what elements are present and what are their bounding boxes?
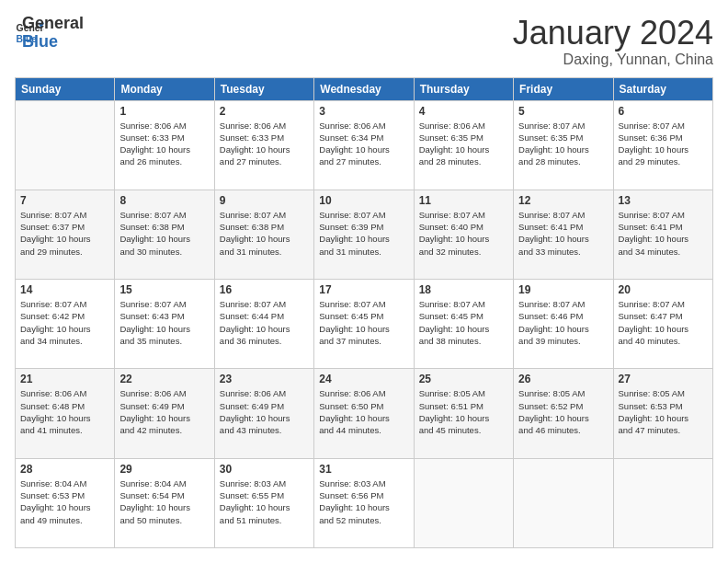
logo: General Blue General Blue <box>15 15 84 52</box>
location-title: Daxing, Yunnan, China <box>513 52 713 68</box>
day-number: 4 <box>419 105 508 118</box>
calendar-cell: 29Sunrise: 8:04 AM Sunset: 6:54 PM Dayli… <box>115 458 214 547</box>
day-number: 18 <box>419 283 508 296</box>
calendar-cell: 2Sunrise: 8:06 AM Sunset: 6:33 PM Daylig… <box>214 100 313 190</box>
calendar-table: Sunday Monday Tuesday Wednesday Thursday… <box>15 77 713 548</box>
day-number: 16 <box>220 283 309 296</box>
logo-text-blue: Blue <box>22 33 84 52</box>
day-number: 5 <box>518 105 608 118</box>
calendar-cell: 24Sunrise: 8:06 AM Sunset: 6:50 PM Dayli… <box>314 369 414 458</box>
day-info: Sunrise: 8:06 AM Sunset: 6:48 PM Dayligh… <box>20 387 109 436</box>
day-number: 11 <box>419 194 508 207</box>
day-info: Sunrise: 8:04 AM Sunset: 6:53 PM Dayligh… <box>20 477 109 526</box>
calendar-cell: 30Sunrise: 8:03 AM Sunset: 6:55 PM Dayli… <box>214 458 313 547</box>
calendar-cell <box>414 458 513 547</box>
calendar-cell: 26Sunrise: 8:05 AM Sunset: 6:52 PM Dayli… <box>514 369 613 458</box>
day-info: Sunrise: 8:07 AM Sunset: 6:38 PM Dayligh… <box>220 209 309 258</box>
day-number: 20 <box>619 283 708 296</box>
calendar-row-2: 14Sunrise: 8:07 AM Sunset: 6:42 PM Dayli… <box>16 280 713 369</box>
day-info: Sunrise: 8:07 AM Sunset: 6:43 PM Dayligh… <box>119 298 209 347</box>
day-number: 28 <box>20 463 109 476</box>
page: General Blue General Blue January 2024 D… <box>0 0 728 563</box>
day-number: 13 <box>619 194 708 207</box>
calendar-cell: 18Sunrise: 8:07 AM Sunset: 6:45 PM Dayli… <box>414 280 513 369</box>
calendar-cell: 16Sunrise: 8:07 AM Sunset: 6:44 PM Dayli… <box>214 280 313 369</box>
day-number: 31 <box>319 463 408 476</box>
day-info: Sunrise: 8:07 AM Sunset: 6:35 PM Dayligh… <box>518 120 608 168</box>
header: General Blue General Blue January 2024 D… <box>15 15 713 68</box>
day-info: Sunrise: 8:06 AM Sunset: 6:33 PM Dayligh… <box>119 120 209 168</box>
day-info: Sunrise: 8:05 AM Sunset: 6:52 PM Dayligh… <box>518 387 608 436</box>
calendar-cell <box>16 100 115 190</box>
day-info: Sunrise: 8:06 AM Sunset: 6:33 PM Dayligh… <box>220 120 309 168</box>
day-number: 17 <box>319 283 408 296</box>
title-block: January 2024 Daxing, Yunnan, China <box>513 15 713 68</box>
header-tuesday: Tuesday <box>214 77 313 100</box>
calendar-cell: 14Sunrise: 8:07 AM Sunset: 6:42 PM Dayli… <box>16 280 115 369</box>
day-info: Sunrise: 8:07 AM Sunset: 6:40 PM Dayligh… <box>419 209 508 258</box>
calendar-cell: 25Sunrise: 8:05 AM Sunset: 6:51 PM Dayli… <box>414 369 513 458</box>
calendar-row-4: 28Sunrise: 8:04 AM Sunset: 6:53 PM Dayli… <box>16 458 713 547</box>
calendar-cell: 3Sunrise: 8:06 AM Sunset: 6:34 PM Daylig… <box>314 100 414 190</box>
day-info: Sunrise: 8:05 AM Sunset: 6:51 PM Dayligh… <box>419 387 508 436</box>
logo-text-general: General <box>22 15 84 33</box>
calendar-cell: 28Sunrise: 8:04 AM Sunset: 6:53 PM Dayli… <box>16 458 115 547</box>
calendar-cell: 13Sunrise: 8:07 AM Sunset: 6:41 PM Dayli… <box>613 190 712 279</box>
calendar-cell: 22Sunrise: 8:06 AM Sunset: 6:49 PM Dayli… <box>115 369 214 458</box>
day-number: 22 <box>119 373 209 385</box>
header-wednesday: Wednesday <box>314 77 414 100</box>
day-number: 2 <box>220 105 309 118</box>
day-number: 24 <box>319 373 408 385</box>
day-info: Sunrise: 8:06 AM Sunset: 6:34 PM Dayligh… <box>319 120 408 168</box>
calendar-cell: 12Sunrise: 8:07 AM Sunset: 6:41 PM Dayli… <box>514 190 613 279</box>
header-monday: Monday <box>115 77 214 100</box>
day-number: 23 <box>220 373 309 385</box>
calendar-cell: 17Sunrise: 8:07 AM Sunset: 6:45 PM Dayli… <box>314 280 414 369</box>
calendar-cell: 11Sunrise: 8:07 AM Sunset: 6:40 PM Dayli… <box>414 190 513 279</box>
calendar-cell <box>514 458 613 547</box>
calendar-cell: 23Sunrise: 8:06 AM Sunset: 6:49 PM Dayli… <box>214 369 313 458</box>
calendar-cell: 8Sunrise: 8:07 AM Sunset: 6:38 PM Daylig… <box>115 190 214 279</box>
day-info: Sunrise: 8:07 AM Sunset: 6:41 PM Dayligh… <box>619 209 708 258</box>
weekday-header-row: Sunday Monday Tuesday Wednesday Thursday… <box>16 77 713 100</box>
day-info: Sunrise: 8:07 AM Sunset: 6:39 PM Dayligh… <box>319 209 408 258</box>
day-number: 15 <box>119 283 209 296</box>
day-info: Sunrise: 8:06 AM Sunset: 6:35 PM Dayligh… <box>419 120 508 168</box>
day-number: 7 <box>20 194 109 207</box>
day-info: Sunrise: 8:05 AM Sunset: 6:53 PM Dayligh… <box>619 387 708 436</box>
calendar-cell <box>613 458 712 547</box>
header-sunday: Sunday <box>16 77 115 100</box>
day-info: Sunrise: 8:07 AM Sunset: 6:46 PM Dayligh… <box>518 298 608 347</box>
calendar-cell: 5Sunrise: 8:07 AM Sunset: 6:35 PM Daylig… <box>514 100 613 190</box>
day-info: Sunrise: 8:07 AM Sunset: 6:41 PM Dayligh… <box>518 209 608 258</box>
day-number: 9 <box>220 194 309 207</box>
day-info: Sunrise: 8:03 AM Sunset: 6:55 PM Dayligh… <box>220 477 309 526</box>
day-info: Sunrise: 8:07 AM Sunset: 6:38 PM Dayligh… <box>119 209 209 258</box>
day-info: Sunrise: 8:07 AM Sunset: 6:44 PM Dayligh… <box>220 298 309 347</box>
calendar-cell: 21Sunrise: 8:06 AM Sunset: 6:48 PM Dayli… <box>16 369 115 458</box>
day-number: 19 <box>518 283 608 296</box>
day-info: Sunrise: 8:07 AM Sunset: 6:37 PM Dayligh… <box>20 209 109 258</box>
day-number: 14 <box>20 283 109 296</box>
day-number: 21 <box>20 373 109 385</box>
calendar-cell: 9Sunrise: 8:07 AM Sunset: 6:38 PM Daylig… <box>214 190 313 279</box>
header-saturday: Saturday <box>613 77 712 100</box>
day-number: 3 <box>319 105 408 118</box>
calendar-row-3: 21Sunrise: 8:06 AM Sunset: 6:48 PM Dayli… <box>16 369 713 458</box>
day-info: Sunrise: 8:07 AM Sunset: 6:45 PM Dayligh… <box>319 298 408 347</box>
day-info: Sunrise: 8:06 AM Sunset: 6:49 PM Dayligh… <box>220 387 309 436</box>
day-number: 6 <box>619 105 708 118</box>
day-info: Sunrise: 8:04 AM Sunset: 6:54 PM Dayligh… <box>119 477 209 526</box>
calendar-cell: 7Sunrise: 8:07 AM Sunset: 6:37 PM Daylig… <box>16 190 115 279</box>
calendar-cell: 27Sunrise: 8:05 AM Sunset: 6:53 PM Dayli… <box>613 369 712 458</box>
day-info: Sunrise: 8:07 AM Sunset: 6:47 PM Dayligh… <box>619 298 708 347</box>
day-number: 1 <box>119 105 209 118</box>
calendar-row-0: 1Sunrise: 8:06 AM Sunset: 6:33 PM Daylig… <box>16 100 713 190</box>
day-number: 8 <box>119 194 209 207</box>
day-info: Sunrise: 8:03 AM Sunset: 6:56 PM Dayligh… <box>319 477 408 526</box>
calendar-cell: 1Sunrise: 8:06 AM Sunset: 6:33 PM Daylig… <box>115 100 214 190</box>
day-info: Sunrise: 8:07 AM Sunset: 6:36 PM Dayligh… <box>619 120 708 168</box>
header-friday: Friday <box>514 77 613 100</box>
day-number: 10 <box>319 194 408 207</box>
day-number: 26 <box>518 373 608 385</box>
